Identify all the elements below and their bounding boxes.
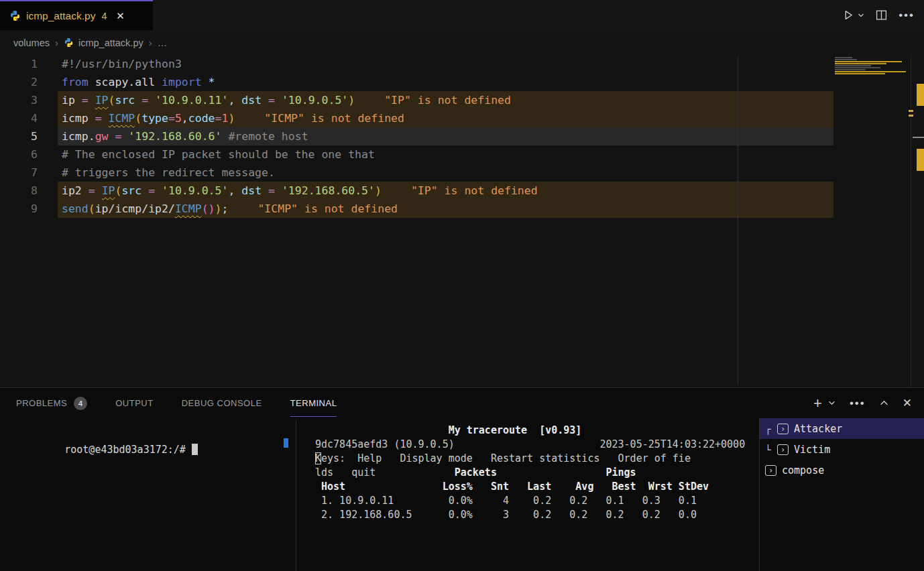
errorlens-message: "IP" is not defined <box>384 94 511 107</box>
panel-tab-output[interactable]: OUTPUT <box>115 388 153 418</box>
code-line-7[interactable]: 7# triggers the redirect message. <box>0 164 924 182</box>
code-line-1[interactable]: 1#!/usr/bin/python3 <box>0 55 924 73</box>
maximize-panel-icon[interactable] <box>880 399 888 407</box>
tab-bar: icmp_attack.py 4 ✕ ••• <box>0 0 924 30</box>
minimap[interactable] <box>835 57 911 75</box>
terminal-line: 2. 192.168.60.5 0.0% 3 0.2 0.2 0.2 0.2 0… <box>315 508 745 522</box>
breadcrumb-volumes[interactable]: volumes <box>13 38 50 48</box>
breadcrumb-filename[interactable]: icmp_attack.py <box>78 38 143 48</box>
minimap-line <box>835 63 886 64</box>
minimap-line <box>835 65 871 66</box>
line-number[interactable]: 2 <box>0 73 38 91</box>
terminal-right-pane[interactable]: My traceroute [v0.93]9dc7845aefd3 (10.9.… <box>315 424 745 522</box>
code-line-9[interactable]: 9send(ip/icmp/ip2/ICMP());"ICMP" is not … <box>0 200 924 218</box>
terminal-command-decoration <box>284 438 288 448</box>
panel-tab-terminal[interactable]: TERMINAL <box>290 388 337 418</box>
errorlens-message: "ICMP" is not defined <box>257 202 398 215</box>
overview-cursor-mark <box>913 137 924 138</box>
vscode-window: icmp_attack.py 4 ✕ ••• volumes › icmp_at… <box>0 0 924 571</box>
line-number[interactable]: 9 <box>0 200 38 218</box>
code-text: icmp = ICMP(type=5,code=1)"ICMP" is not … <box>62 112 404 125</box>
code-text: #!/usr/bin/python3 <box>62 58 182 70</box>
terminal-line: Keys: Help Display mode Restart statisti… <box>315 452 745 466</box>
terminal-list-item-victim[interactable]: └Victim <box>760 439 924 460</box>
line-number[interactable]: 3 <box>0 91 38 109</box>
minimap-line <box>835 67 880 68</box>
terminal-list-label: Attacker <box>794 423 842 435</box>
code-text: send(ip/icmp/ip2/ICMP());"ICMP" is not d… <box>62 202 398 215</box>
new-terminal-icon[interactable]: + <box>813 397 822 410</box>
editor-actions: ••• <box>843 0 915 30</box>
tab-problems-badge: 4 <box>101 11 107 21</box>
tab-close-icon[interactable]: ✕ <box>116 10 125 22</box>
terminal-line: 1. 10.9.0.11 0.0% 4 0.2 0.2 0.1 0.3 0.1 <box>315 494 745 508</box>
terminal-list-item-compose[interactable]: compose <box>760 460 924 481</box>
python-file-icon <box>64 38 74 48</box>
minimap-line <box>835 71 906 72</box>
code-editor[interactable]: 1#!/usr/bin/python32from scapy.all impor… <box>0 55 924 387</box>
panel-actions: + ••• ✕ <box>813 388 912 418</box>
line-number[interactable]: 4 <box>0 109 38 127</box>
minimap-line <box>835 59 857 60</box>
panel-tab-debug-console[interactable]: DEBUG CONSOLE <box>182 388 262 418</box>
code-text: # The enclosed IP packet should be the o… <box>62 148 375 161</box>
minimap-line <box>835 57 852 58</box>
tab-icmp-attack-py[interactable]: icmp_attack.py 4 ✕ <box>0 0 153 30</box>
code-text: icmp.gw = '192.168.60.6' #remote host <box>62 130 308 143</box>
breadcrumb-symbol[interactable]: … <box>158 38 168 48</box>
bottom-panel: PROBLEMS4OUTPUTDEBUG CONSOLETERMINAL + •… <box>0 387 924 571</box>
tab-title: icmp_attack.py <box>26 10 95 22</box>
code-lines: 1#!/usr/bin/python32from scapy.all impor… <box>0 55 924 218</box>
line-number[interactable]: 6 <box>0 145 38 164</box>
overview-ruler[interactable] <box>911 55 924 387</box>
line-number[interactable]: 5 <box>0 127 38 145</box>
run-python-button[interactable] <box>843 9 864 21</box>
code-text: from scapy.all import * <box>62 76 215 88</box>
overview-warning-mark <box>909 115 913 117</box>
more-actions-icon[interactable]: ••• <box>899 12 915 19</box>
editor-ruler <box>738 57 738 384</box>
overview-warning-mark <box>917 149 924 171</box>
split-branch-glyph: └ <box>765 444 777 455</box>
terminal-line: lds quit Packets Pings <box>315 466 745 480</box>
code-line-8[interactable]: 8ip2 = IP(src = '10.9.0.5', dst = '192.1… <box>0 182 924 200</box>
terminal-line: Host Loss% Snt Last Avg Best Wrst StDev <box>315 480 745 494</box>
terminal-line: 9dc7845aefd3 (10.9.0.5) 2023-05-25T14:03… <box>315 438 745 452</box>
code-text: # triggers the redirect message. <box>62 166 275 179</box>
terminal-icon <box>765 465 776 476</box>
terminal-left-pane[interactable]: root@e43bd03a3172:/# <box>16 429 198 471</box>
line-number[interactable]: 7 <box>0 164 38 182</box>
terminal-list-item-attacker[interactable]: ┌Attacker <box>760 418 924 439</box>
split-editor-icon[interactable] <box>876 9 887 21</box>
minimap-line <box>835 69 866 70</box>
close-panel-icon[interactable]: ✕ <box>903 396 912 410</box>
line-number[interactable]: 8 <box>0 182 38 200</box>
code-line-4[interactable]: 4icmp = ICMP(type=5,code=1)"ICMP" is not… <box>0 109 924 127</box>
errorlens-message: "ICMP" is not defined <box>264 112 404 125</box>
minimap-line <box>835 61 902 62</box>
terminal-icon <box>777 424 789 434</box>
panel-tabs: PROBLEMS4OUTPUTDEBUG CONSOLETERMINAL <box>16 388 337 418</box>
code-line-6[interactable]: 6# The enclosed IP packet should be the … <box>0 145 924 164</box>
code-line-2[interactable]: 2from scapy.all import * <box>0 73 924 91</box>
breadcrumb: volumes › icmp_attack.py › … <box>0 30 924 55</box>
code-text: ip2 = IP(src = '10.9.0.5', dst = '192.16… <box>62 184 538 197</box>
code-line-5[interactable]: 5icmp.gw = '192.168.60.6' #remote host <box>0 127 924 145</box>
minimap-line <box>835 73 885 74</box>
chevron-right-icon: › <box>55 37 58 48</box>
terminal-dropdown-icon[interactable] <box>828 399 835 407</box>
line-number[interactable]: 1 <box>0 55 38 73</box>
split-branch-glyph: ┌ <box>765 424 777 434</box>
terminal-split-sash[interactable] <box>296 420 296 571</box>
terminal-cursor <box>192 444 198 455</box>
overview-warning-mark <box>917 84 924 106</box>
panel-tab-problems[interactable]: PROBLEMS4 <box>16 388 87 418</box>
code-line-3[interactable]: 3ip = IP(src = '10.9.0.11', dst = '10.9.… <box>0 91 924 109</box>
terminal-prompt: root@e43bd03a3172:/# <box>64 444 186 456</box>
panel-more-icon[interactable]: ••• <box>850 400 866 407</box>
chevron-right-icon: › <box>149 37 152 48</box>
terminal-list-label: compose <box>782 464 824 477</box>
errorlens-message: "IP" is not defined <box>411 184 538 197</box>
python-file-icon <box>9 10 21 21</box>
overview-warning-mark <box>909 110 913 112</box>
